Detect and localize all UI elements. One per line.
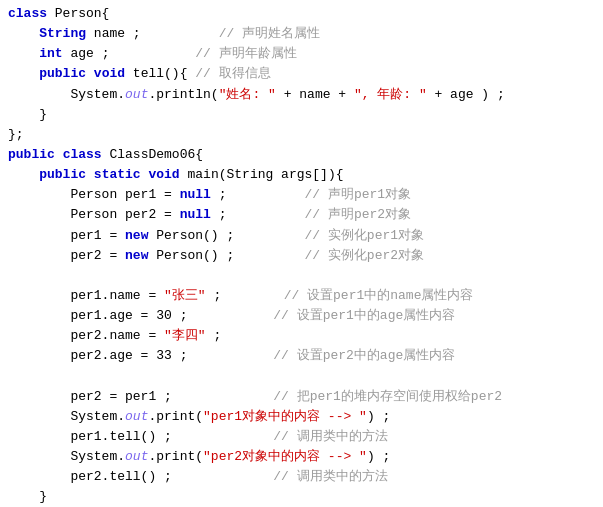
- code-line: public static void main(String args[]){: [0, 165, 603, 185]
- token-kw: static: [94, 165, 141, 185]
- code-line: }: [0, 487, 603, 507]
- code-container: class Person{ String name ; // 声明姓名属性 in…: [0, 0, 603, 507]
- token-comment: // 声明年龄属性: [195, 44, 296, 64]
- token-plain: [8, 64, 39, 84]
- token-plain: per2.age = 33 ;: [8, 346, 273, 366]
- code-line: }: [0, 105, 603, 125]
- token-plain: Person{: [47, 4, 109, 24]
- token-plain: }: [8, 487, 47, 507]
- code-line: per1.tell() ; // 调用类中的方法: [0, 427, 603, 447]
- code-line: Person per2 = null ; // 声明per2对象: [0, 205, 603, 225]
- code-line: per2 = per1 ; // 把per1的堆内存空间使用权给per2: [0, 387, 603, 407]
- token-new-kw: new: [125, 226, 148, 246]
- code-line: class Person{: [0, 4, 603, 24]
- token-string: ", 年龄: ": [354, 85, 427, 105]
- token-out: out: [125, 85, 148, 105]
- token-plain: System.: [8, 447, 125, 467]
- token-plain: per2.name =: [8, 326, 164, 346]
- token-plain: ClassDemo06{: [102, 145, 203, 165]
- token-type: String: [39, 24, 86, 44]
- token-plain: [8, 24, 39, 44]
- token-plain: ;: [211, 205, 305, 225]
- token-plain: tell(){: [125, 64, 195, 84]
- token-string: "张三": [164, 286, 206, 306]
- token-new-kw: new: [125, 246, 148, 266]
- token-plain: per1.age = 30 ;: [8, 306, 273, 326]
- token-comment: // 设置per1中的name属性内容: [284, 286, 474, 306]
- token-plain: }: [8, 105, 47, 125]
- token-comment: // 声明per1对象: [304, 185, 411, 205]
- token-out: out: [125, 447, 148, 467]
- token-comment: // 调用类中的方法: [273, 467, 387, 487]
- code-line: };: [0, 125, 603, 145]
- token-null-kw: null: [180, 185, 211, 205]
- code-line: System.out.print("per1对象中的内容 --> ") ;: [0, 407, 603, 427]
- token-plain: ;: [211, 185, 305, 205]
- code-line: per1 = new Person() ; // 实例化per1对象: [0, 226, 603, 246]
- token-plain: name ;: [86, 24, 219, 44]
- token-type: int: [39, 44, 62, 64]
- token-kw: public: [8, 145, 55, 165]
- token-plain: [8, 165, 39, 185]
- token-comment: // 把per1的堆内存空间使用权给per2: [273, 387, 502, 407]
- token-plain: per2.tell() ;: [8, 467, 273, 487]
- token-plain: per2 =: [8, 246, 125, 266]
- code-line: per1.age = 30 ; // 设置per1中的age属性内容: [0, 306, 603, 326]
- token-kw: public: [39, 165, 86, 185]
- code-line: System.out.println("姓名: " + name + ", 年龄…: [0, 85, 603, 105]
- token-plain: [8, 44, 39, 64]
- token-comment: // 调用类中的方法: [273, 427, 387, 447]
- code-line: per1.name = "张三" ; // 设置per1中的name属性内容: [0, 286, 603, 306]
- token-plain: [86, 64, 94, 84]
- token-plain: ;: [206, 326, 222, 346]
- token-plain: age ;: [63, 44, 196, 64]
- token-plain: };: [8, 125, 24, 145]
- token-null-kw: null: [180, 205, 211, 225]
- code-line: per2.age = 33 ; // 设置per2中的age属性内容: [0, 346, 603, 366]
- token-out: out: [125, 407, 148, 427]
- token-comment: // 实例化per1对象: [304, 226, 424, 246]
- code-line: String name ; // 声明姓名属性: [0, 24, 603, 44]
- token-plain: Person per1 =: [8, 185, 180, 205]
- token-plain: [141, 165, 149, 185]
- token-comment: // 声明per2对象: [304, 205, 411, 225]
- token-plain: [55, 145, 63, 165]
- token-plain: [86, 165, 94, 185]
- token-string: "per2对象中的内容 --> ": [203, 447, 367, 467]
- code-line: per2.tell() ; // 调用类中的方法: [0, 467, 603, 487]
- token-plain: + age ) ;: [427, 85, 505, 105]
- token-string: "姓名: ": [219, 85, 276, 105]
- token-kw: void: [94, 64, 125, 84]
- code-line: int age ; // 声明年龄属性: [0, 44, 603, 64]
- token-kw: class: [8, 4, 47, 24]
- token-plain: .print(: [148, 407, 203, 427]
- code-line: [0, 266, 603, 286]
- token-plain: .print(: [148, 447, 203, 467]
- token-plain: ;: [206, 286, 284, 306]
- token-plain: main(String args[]){: [180, 165, 344, 185]
- code-line: per2 = new Person() ; // 实例化per2对象: [0, 246, 603, 266]
- code-line: System.out.print("per2对象中的内容 --> ") ;: [0, 447, 603, 467]
- token-plain: ) ;: [367, 407, 390, 427]
- code-line: Person per1 = null ; // 声明per1对象: [0, 185, 603, 205]
- token-plain: per2 = per1 ;: [8, 387, 273, 407]
- token-plain: Person per2 =: [8, 205, 180, 225]
- token-plain: .println(: [148, 85, 218, 105]
- token-comment: // 声明姓名属性: [219, 24, 320, 44]
- token-plain: + name +: [276, 85, 354, 105]
- token-kw: class: [63, 145, 102, 165]
- token-plain: per1.tell() ;: [8, 427, 273, 447]
- code-line: [0, 367, 603, 387]
- token-plain: Person() ;: [148, 246, 304, 266]
- token-plain: ) ;: [367, 447, 390, 467]
- token-string: "per1对象中的内容 --> ": [203, 407, 367, 427]
- token-comment: // 设置per2中的age属性内容: [273, 346, 455, 366]
- token-plain: Person() ;: [148, 226, 304, 246]
- token-plain: per1 =: [8, 226, 125, 246]
- token-comment: // 设置per1中的age属性内容: [273, 306, 455, 326]
- code-line: public void tell(){ // 取得信息: [0, 64, 603, 84]
- code-line: per2.name = "李四" ;: [0, 326, 603, 346]
- token-comment: // 取得信息: [195, 64, 270, 84]
- token-kw: void: [148, 165, 179, 185]
- token-kw: public: [39, 64, 86, 84]
